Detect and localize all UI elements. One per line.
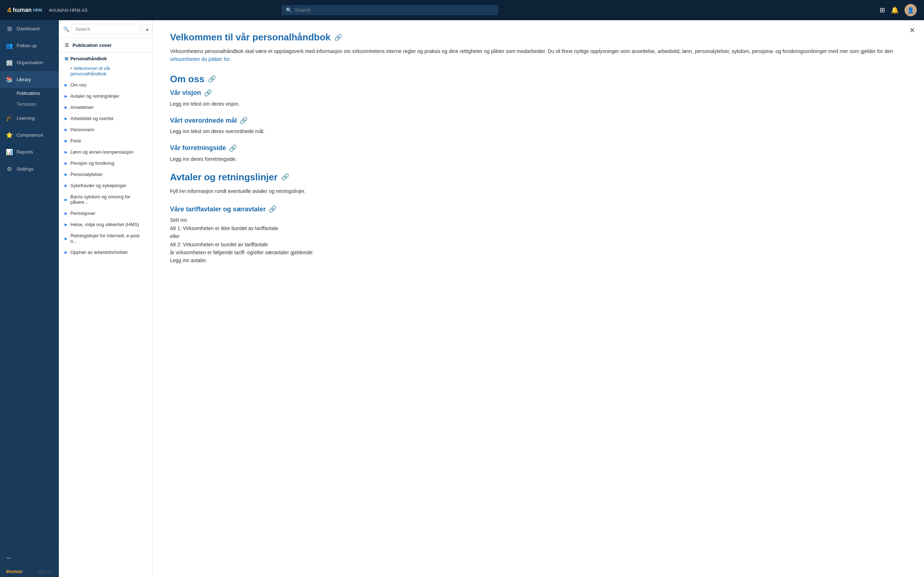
collapse-icon[interactable]: ← [6,554,12,562]
nav-item[interactable]: ▶Opphør av arbeidsforholdet [59,247,152,258]
nav-item[interactable]: ▶Permisjoner [59,208,152,219]
dashboard-icon: ⊞ [6,25,13,32]
publication-cover-icon: ☰ [65,43,69,48]
nav-item-label: Sykefravær og sykepenger [70,183,126,188]
close-button[interactable]: ✕ [909,26,915,35]
publication-cover-item[interactable]: ☰ Publication cover [59,38,152,53]
search-icon: 🔍 [286,7,292,13]
nav-item[interactable]: ▶Ansettelser [59,102,152,113]
virksomheten-link[interactable]: virksomheten du jobber for. [170,56,231,62]
chevron-right-icon: ▶ [65,184,68,187]
sidebar-item-library[interactable]: 📚 Library [0,71,59,88]
link-icon[interactable]: 🔗 [334,34,342,42]
version-label: v20.12.3 [38,569,53,574]
nav-item[interactable]: ▶Sykefravær og sykepenger [59,180,152,191]
sub-section-title: Vår visjon🔗 [170,89,907,97]
nav-item[interactable]: ▶Lønn og annen kompensasjon [59,147,152,158]
sidebar-item-label: Reports [16,149,33,155]
nav-item[interactable]: ▶Retningslinjer for internett, e-post o.… [59,230,152,247]
link-icon[interactable]: 🔗 [229,144,237,152]
nav-search-bar: 🔍 ▲ ▼ [59,20,152,38]
chevron-right-icon: ▶ [65,222,68,226]
section-title: Om oss🔗 [170,74,907,85]
link-icon[interactable]: 🔗 [208,75,216,83]
sidebar-item-competence[interactable]: ⭐ Competence [0,127,59,143]
sidebar-item-settings[interactable]: ⚙ Settings [0,161,59,177]
nav-item[interactable]: ▶Om oss [59,79,152,90]
nav-item[interactable]: ▶Helse, miljø oog sikkerhet (HMS) [59,219,152,230]
header-icons: ⊞ 🔔 👤 [880,4,917,16]
nav-search-input[interactable] [71,24,140,34]
sidebar-sub-item-publications[interactable]: Publications [16,88,59,99]
nav-item-label: Permisjoner [70,211,95,216]
sub-section-body: Legg inn tekst om deres visjon. [170,100,907,108]
chevron-right-icon: ▶ [65,150,68,154]
chevron-right-icon: ▶ [65,139,68,143]
link-icon[interactable]: 🔗 [240,116,247,124]
search-input[interactable] [295,7,494,13]
nav-item[interactable]: ▶Pensjon og forsikring [59,158,152,169]
chevron-right-icon: ▶ [65,94,68,98]
competence-icon: ⭐ [6,132,13,139]
sidebar-item-learning[interactable]: 🎓 Learning [0,110,59,127]
right-area: 🔍 ▲ ▼ ☰ Publication cover ⊞ Personalhånd… [59,20,924,577]
sub-section-body: Legg inn deres forretningside. [170,155,907,163]
sub-section-title: Vår forretningside🔗 [170,144,907,152]
sub-title-text: Vår forretningside [170,144,226,152]
nav-item[interactable]: ▶Personalytelser [59,169,152,180]
nav-up-button[interactable]: ▲ [142,24,152,34]
organisation-icon: 🏢 [6,59,13,66]
sidebar-sub-item-templates[interactable]: Templates [16,99,59,110]
nav-item-label: Opphør av arbeidsforholdet [70,250,128,255]
chevron-right-icon: ▶ [65,105,68,109]
nav-item[interactable]: ▶Barns sykdom og omsorg for pårøre... [59,191,152,208]
sidebar-item-label: Settings [16,166,34,172]
avatar[interactable]: 👤 [905,4,917,16]
link-icon[interactable]: 🔗 [281,173,289,181]
grid-icon[interactable]: ⊞ [880,6,885,14]
link-icon[interactable]: 🔗 [204,89,212,97]
sub-title-text: Vår visjon [170,89,201,97]
bullet-icon: • [70,66,73,71]
logo: 4 human HRM [7,6,42,15]
chevron-right-icon: ▶ [65,128,68,132]
sidebar-item-follow-up[interactable]: 👥 Follow up [0,37,59,54]
nav-item-label: Helse, miljø oog sikkerhet (HMS) [70,222,139,227]
sub-section-title: Vårt overordnede mål🔗 [170,116,907,124]
sidebar-item-label: Learning [16,115,35,121]
nav-item[interactable]: ▶Avtaler og retningslinjer [59,90,152,102]
nav-item-label: Personalytelser [70,172,103,177]
nav-panel: 🔍 ▲ ▼ ☰ Publication cover ⊞ Personalhånd… [59,20,153,577]
nav-current-page[interactable]: • Velkommen til vår personalhåndbok [59,63,152,79]
sidebar-item-label: Organisation [16,60,43,65]
sidebar-item-dashboard[interactable]: ⊞ Dashboard [0,20,59,37]
nav-item[interactable]: ▶Arbeidstid og overtid [59,113,152,124]
nav-item-label: Arbeidstid og overtid [70,116,113,121]
sidebar-item-label: Competence [16,132,43,138]
sub-title-text: Vårt overordnede mål [170,117,237,124]
section-title-text: Avtaler og retningslinjer [170,172,278,183]
follow-up-icon: 👥 [6,42,13,49]
link-icon[interactable]: 🔗 [268,205,276,213]
nav-item[interactable]: ▶Ferie [59,135,152,147]
nav-items: ▶Om oss▶Avtaler og retningslinjer▶Ansett… [59,79,152,258]
section-title-text: Om oss [170,74,204,85]
section-label: Personalhåndbok [70,56,107,61]
top-header: 4 human HRM 4HUMAN HRM AS 🔍 ⊞ 🔔 👤 [0,0,924,20]
bell-icon[interactable]: 🔔 [891,6,899,14]
learning-icon: 🎓 [6,115,13,121]
chevron-right-icon: ▶ [65,211,68,215]
nav-item-label: Om oss [70,82,87,88]
sub-section-body: Legg inn tekst om deres overordnede mål. [170,127,907,135]
sidebar-item-organisation[interactable]: 🏢 Organisation [0,54,59,71]
sidebar: ⊞ Dashboard 👥 Follow up 🏢 Organisation 📚… [0,20,59,577]
sidebar-sub-library: Publications Templates [0,88,59,110]
nav-item[interactable]: ▶Personvern [59,124,152,135]
nav-section-personalhåndbok[interactable]: ⊞ Personalhåndbok [59,53,152,63]
content-sections: Om oss🔗Vår visjon🔗Legg inn tekst om dere… [170,74,907,265]
sidebar-item-reports[interactable]: 📊 Reports [0,143,59,161]
global-search[interactable]: 🔍 [281,5,498,15]
sub-section-title: Våre tariffavtaler og særavtaler🔗 [170,205,907,213]
chevron-right-icon: ▶ [65,83,68,87]
chevron-right-icon: ▶ [65,161,68,165]
